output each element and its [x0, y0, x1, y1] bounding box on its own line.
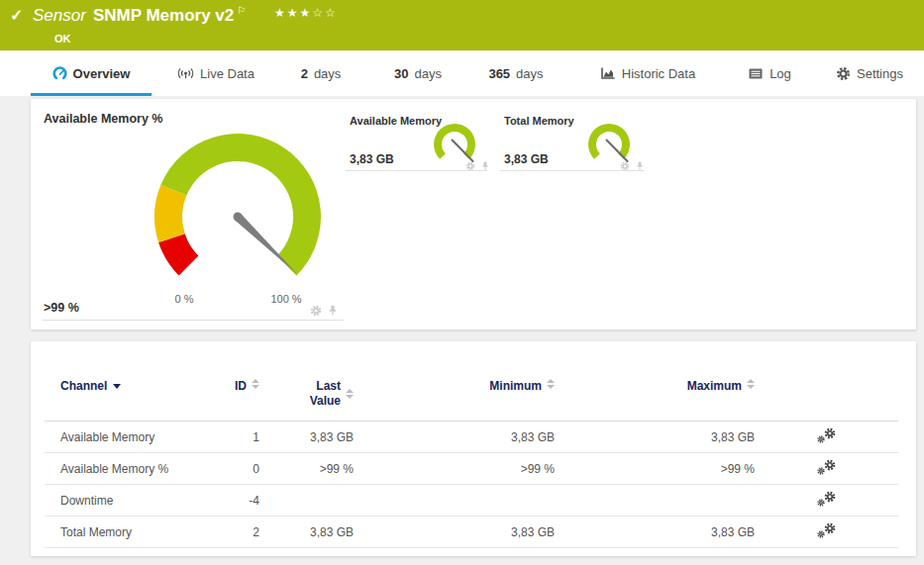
channel-id: 2: [215, 517, 259, 548]
table-row: Downtime -4: [45, 485, 898, 517]
sort-toggle-icon: [747, 379, 755, 389]
column-header-actions: [755, 375, 898, 422]
table-row: Total Memory 2 3,83 GB 3,83 GB 3,83 GB: [45, 517, 898, 548]
channel-settings-gears-icon[interactable]: [817, 491, 836, 507]
sort-toggle-icon: [346, 389, 354, 399]
object-kind-label: Sensor: [33, 6, 86, 25]
column-header-last-value[interactable]: Last Value: [259, 375, 354, 422]
tab-30-days[interactable]: 30 days: [380, 50, 456, 96]
tab-2-days[interactable]: 2 days: [285, 50, 357, 96]
tab-30-days-unit: days: [415, 66, 442, 81]
gauge-settings-gear-icon[interactable]: [465, 161, 475, 171]
sensor-name[interactable]: SNMP Memory v2: [93, 6, 234, 25]
tab-log-label: Log: [770, 66, 791, 81]
gauge-scale-min: 0 %: [154, 293, 214, 305]
channel-name: Available Memory: [45, 422, 215, 453]
mini-gauge-title: Total Memory: [504, 115, 574, 127]
tab-log[interactable]: Log: [737, 50, 802, 96]
tab-365-days-number: 365: [488, 66, 510, 81]
channel-minimum: 3,83 GB: [354, 422, 555, 453]
tab-settings[interactable]: Settings: [825, 50, 914, 96]
channel-minimum: [354, 485, 555, 517]
table-row: Available Memory 1 3,83 GB 3,83 GB 3,83 …: [45, 422, 898, 453]
channel-table: Channel ID Last Value Minimum Maximum Av…: [45, 375, 898, 548]
tab-30-days-number: 30: [394, 66, 408, 81]
gauge-settings-gear-icon[interactable]: [310, 305, 322, 317]
tab-2-days-number: 2: [301, 66, 308, 81]
tab-historic-data[interactable]: Historic Data: [586, 50, 709, 96]
channel-settings-gears-icon[interactable]: [817, 522, 836, 538]
channel-settings-gears-icon[interactable]: [817, 427, 836, 443]
tab-live-data[interactable]: Live Data: [165, 50, 266, 96]
channel-minimum: 3,83 GB: [354, 517, 555, 548]
tab-overview[interactable]: Overview: [31, 50, 152, 96]
table-row: Available Memory % 0 >99 % >99 % >99 %: [45, 453, 898, 485]
channel-name: Downtime: [45, 485, 215, 517]
gauge-pin-icon[interactable]: [635, 160, 645, 171]
tab-bar: Overview Live Data 2 days 30 days 365 da…: [0, 50, 924, 96]
tab-live-data-label: Live Data: [200, 66, 255, 81]
sort-desc-icon: [113, 384, 121, 389]
flag-icon[interactable]: ⚐: [237, 5, 246, 16]
gauge-pin-icon[interactable]: [327, 304, 339, 317]
main-gauge-block: Available Memory % 0 % 100 % >99 %: [43, 107, 344, 321]
gauge-icon: [52, 66, 67, 81]
log-icon: [748, 67, 764, 80]
channel-last-value: 3,83 GB: [259, 422, 354, 453]
channel-name: Total Memory: [45, 517, 215, 548]
settings-gear-icon: [836, 66, 851, 81]
mini-gauge-total-memory: Total Memory 3,83 GB: [500, 107, 644, 171]
tab-overview-label: Overview: [73, 66, 131, 81]
channel-last-value: >99 %: [259, 453, 354, 485]
sensor-status-text: OK: [54, 33, 71, 45]
available-memory-percent-gauge: [139, 118, 337, 316]
tab-settings-label: Settings: [857, 66, 903, 81]
channel-name: Available Memory %: [45, 453, 215, 485]
tab-2-days-unit: days: [314, 66, 341, 81]
tab-historic-data-label: Historic Data: [622, 66, 695, 81]
gauge-settings-gear-icon[interactable]: [620, 161, 630, 171]
mini-gauge-value: 3,83 GB: [350, 152, 394, 166]
channel-id: 0: [215, 453, 259, 485]
channel-minimum: >99 %: [354, 453, 555, 485]
sort-toggle-icon: [252, 379, 259, 389]
channel-maximum: 3,83 GB: [555, 517, 755, 548]
column-header-maximum[interactable]: Maximum: [555, 375, 755, 422]
historic-chart-icon: [600, 66, 616, 80]
channel-maximum: 3,83 GB: [555, 422, 755, 453]
table-header-row: Channel ID Last Value Minimum Maximum: [45, 375, 898, 422]
channel-settings-gears-icon[interactable]: [817, 459, 836, 475]
priority-stars[interactable]: ★★★☆☆: [274, 6, 338, 20]
channel-last-value: 3,83 GB: [259, 517, 354, 548]
channel-id: -4: [215, 485, 259, 517]
tab-365-days[interactable]: 365 days: [475, 50, 557, 96]
channel-table-panel: Channel ID Last Value Minimum Maximum Av…: [31, 341, 916, 556]
gauge-pin-icon[interactable]: [480, 160, 490, 171]
channel-id: 1: [215, 422, 259, 453]
mini-gauge-available-memory: Available Memory 3,83 GB: [346, 107, 487, 171]
mini-gauge-value: 3,83 GB: [504, 152, 549, 166]
column-header-channel[interactable]: Channel: [45, 375, 215, 422]
sensor-status-bar: ✓ SensorSNMP Memory v2⚐ ★★★☆☆ OK: [0, 0, 924, 50]
overview-gauges-panel: Available Memory % 0 % 100 % >99 % Avail: [31, 99, 916, 330]
column-header-id[interactable]: ID: [215, 375, 259, 422]
gauge-scale-max: 100 %: [257, 293, 316, 305]
channel-last-value: [259, 485, 354, 517]
ok-check-icon: ✓: [10, 6, 23, 25]
live-data-icon: [177, 66, 194, 81]
sensor-title-row: SensorSNMP Memory v2⚐: [33, 5, 246, 26]
channel-maximum: [555, 485, 755, 517]
channel-maximum: >99 %: [555, 453, 755, 485]
tab-365-days-unit: days: [516, 66, 543, 81]
sort-toggle-icon: [547, 379, 555, 389]
main-gauge-value: >99 %: [44, 301, 79, 315]
column-header-minimum[interactable]: Minimum: [354, 375, 555, 422]
